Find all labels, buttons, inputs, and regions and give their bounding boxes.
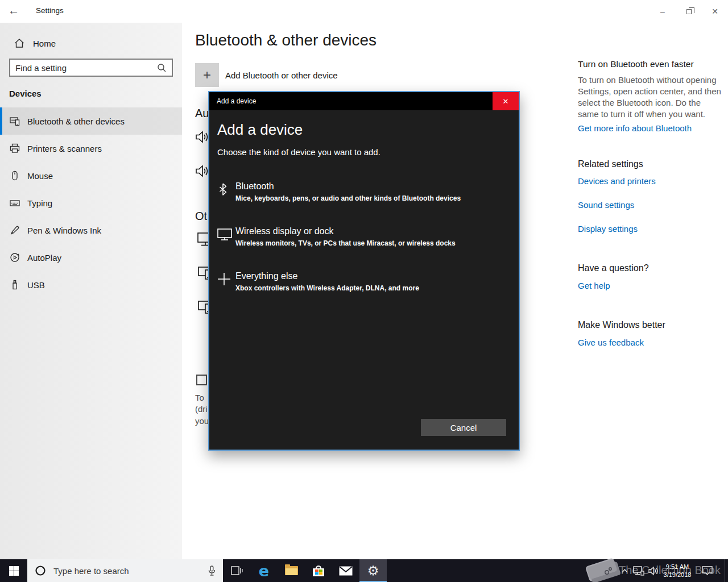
mail-button[interactable] xyxy=(332,559,359,582)
plus-icon xyxy=(217,271,235,288)
app-title: Settings xyxy=(36,6,64,15)
option-everything-else[interactable]: Everything else Xbox controllers with Wi… xyxy=(209,267,519,297)
file-explorer-button[interactable] xyxy=(278,559,305,582)
give-feedback-link[interactable]: Give us feedback xyxy=(578,338,721,347)
plus-icon: + xyxy=(195,63,219,87)
home-icon xyxy=(14,38,25,49)
edge-icon: e xyxy=(259,562,269,580)
bluetooth-info-link[interactable]: Get more info about Bluetooth xyxy=(578,123,721,133)
related-settings-heading: Related settings xyxy=(578,159,721,169)
hidden-icons-chevron[interactable] xyxy=(622,559,628,582)
taskbar: The Collection Book e xyxy=(0,559,728,582)
option-description: Mice, keyboards, pens, or audio and othe… xyxy=(235,194,461,202)
sidebar-item-mouse[interactable]: Mouse xyxy=(0,162,182,189)
autoplay-icon xyxy=(9,252,20,263)
display-settings-link[interactable]: Display settings xyxy=(578,224,721,234)
windows-logo-icon xyxy=(9,566,19,576)
clipped-text-line: (dri xyxy=(195,404,208,414)
volume-tray-icon[interactable] xyxy=(648,559,659,582)
option-title: Everything else xyxy=(235,271,419,281)
close-button[interactable]: ✕ xyxy=(702,0,728,23)
store-icon xyxy=(313,566,324,576)
watermark-book-icon xyxy=(581,555,624,582)
help-panel: Turn on Bluetooth even faster To turn on… xyxy=(578,59,721,347)
keyboard-icon xyxy=(9,197,20,209)
settings-search-box[interactable] xyxy=(9,59,173,77)
settings-taskbar-button[interactable]: ⚙ xyxy=(359,559,387,582)
sidebar-item-autoplay[interactable]: AutoPlay xyxy=(0,244,182,271)
task-view-icon xyxy=(231,566,243,575)
action-center-icon xyxy=(702,566,713,576)
bluetooth-devices-icon xyxy=(9,115,20,127)
get-help-link[interactable]: Get help xyxy=(578,281,721,290)
option-bluetooth[interactable]: Bluetooth Mice, keyboards, pens, or audi… xyxy=(209,177,519,207)
sound-settings-link[interactable]: Sound settings xyxy=(578,200,721,210)
minimize-button[interactable]: – xyxy=(650,0,676,23)
selected-accent-bar xyxy=(0,107,2,135)
monitor-icon xyxy=(217,226,235,243)
question-heading: Have a question? xyxy=(578,263,721,273)
make-windows-better-heading: Make Windows better xyxy=(578,320,721,330)
tip-heading: Turn on Bluetooth even faster xyxy=(578,59,721,69)
option-wireless-display[interactable]: Wireless display or dock Wireless monito… xyxy=(209,222,519,252)
speaker-icon xyxy=(196,164,208,178)
sidebar-item-printers[interactable]: Printers & scanners xyxy=(0,135,182,162)
other-devices-heading-fragment: Ot xyxy=(195,210,207,223)
back-icon[interactable]: ← xyxy=(8,4,25,19)
restore-button[interactable] xyxy=(676,0,702,23)
option-description: Wireless monitors, TVs, or PCs that use … xyxy=(235,239,456,247)
sidebar-nav: Bluetooth & other devices Printers & sca… xyxy=(0,107,182,298)
cancel-button[interactable]: Cancel xyxy=(421,419,506,436)
network-icon xyxy=(633,566,644,576)
window-controls: – ✕ xyxy=(650,0,728,23)
sidebar-item-label: Typing xyxy=(27,198,52,208)
settings-titlebar: ← Settings – ✕ xyxy=(0,0,728,23)
task-view-button[interactable] xyxy=(223,559,250,582)
metered-connection-checkbox[interactable] xyxy=(196,375,207,385)
devices-and-printers-link[interactable]: Devices and printers xyxy=(578,176,721,186)
sidebar-item-label: AutoPlay xyxy=(27,253,61,263)
sidebar-item-label: Mouse xyxy=(27,171,53,181)
bluetooth-icon xyxy=(217,181,235,198)
dialog-options: Bluetooth Mice, keyboards, pens, or audi… xyxy=(209,177,519,297)
clock-date: 3/19/2018 xyxy=(664,571,692,579)
volume-icon xyxy=(648,566,659,576)
network-tray-icon[interactable] xyxy=(633,559,644,582)
edge-button[interactable]: e xyxy=(250,559,278,582)
restore-icon xyxy=(686,9,692,14)
taskbar-search-box[interactable] xyxy=(27,559,223,582)
sidebar-item-typing[interactable]: Typing xyxy=(0,189,182,217)
sidebar: Home Devices Bluetooth & other devices P… xyxy=(0,23,182,559)
chevron-up-icon xyxy=(622,569,628,573)
clipped-text-line: you xyxy=(195,416,209,426)
sidebar-item-pen[interactable]: Pen & Windows Ink xyxy=(0,217,182,244)
clock[interactable]: 9:51 AM 3/19/2018 xyxy=(661,559,694,582)
taskbar-search-input[interactable] xyxy=(53,566,208,576)
option-title: Wireless display or dock xyxy=(235,226,456,236)
sidebar-item-label: Bluetooth & other devices xyxy=(27,117,125,126)
printer-icon xyxy=(9,143,20,154)
add-device-button[interactable]: + Add Bluetooth or other device xyxy=(195,63,338,87)
start-button[interactable] xyxy=(0,559,27,582)
sidebar-section-header: Devices xyxy=(9,89,42,98)
option-title: Bluetooth xyxy=(235,181,461,192)
minimize-icon: – xyxy=(660,7,665,16)
sidebar-item-usb[interactable]: USB xyxy=(0,271,182,298)
show-desktop-strip[interactable] xyxy=(725,559,728,582)
dialog-titlebar-label: Add a device xyxy=(217,97,256,105)
cortana-icon xyxy=(35,565,46,576)
sidebar-item-bluetooth[interactable]: Bluetooth & other devices xyxy=(0,107,182,135)
close-icon: ✕ xyxy=(503,97,509,106)
action-center-button[interactable] xyxy=(702,559,713,582)
mouse-icon xyxy=(9,170,20,181)
settings-search-input[interactable] xyxy=(10,63,157,73)
sidebar-item-home[interactable]: Home xyxy=(0,33,182,53)
add-device-label: Add Bluetooth or other device xyxy=(225,70,338,80)
microphone-icon[interactable] xyxy=(208,566,216,576)
gear-icon: ⚙ xyxy=(367,563,379,578)
dialog-close-button[interactable]: ✕ xyxy=(493,92,519,110)
store-button[interactable] xyxy=(305,559,332,582)
option-description: Xbox controllers with Wireless Adapter, … xyxy=(235,284,419,292)
pen-icon xyxy=(9,225,20,236)
clipped-text-line: To xyxy=(195,393,204,402)
